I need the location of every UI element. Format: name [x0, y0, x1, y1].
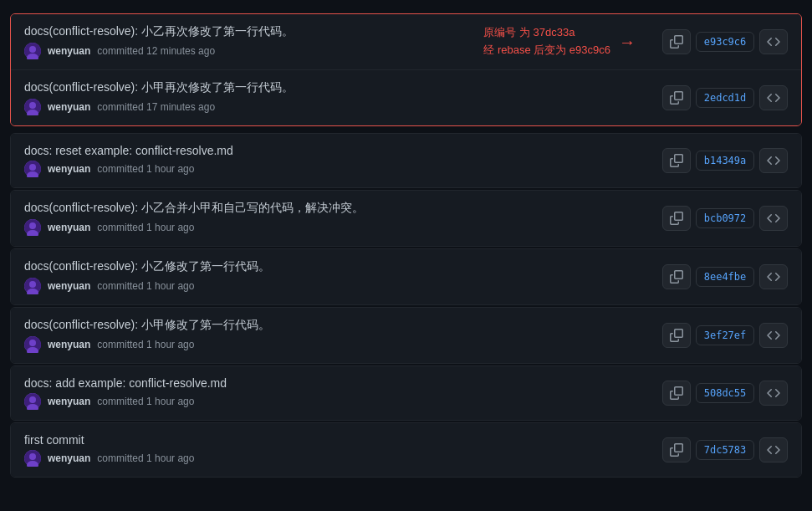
commit-hash-link[interactable]: e93c9c6 [696, 32, 754, 52]
code-icon [767, 154, 780, 167]
author-name[interactable]: wenyuan [48, 396, 90, 407]
row-inner: docs: add example: conflict-resolve.md w… [11, 366, 801, 420]
copy-hash-button[interactable] [662, 323, 691, 348]
commit-meta: wenyuan committed 1 hour ago [24, 161, 649, 177]
commit-info: docs(conflict-resolve): 小乙再次修改了第一行代码。 we… [24, 24, 483, 59]
browse-repo-button[interactable] [759, 29, 788, 54]
svg-point-19 [29, 396, 36, 403]
commit-meta: wenyuan committed 1 hour ago [24, 450, 649, 467]
author-name[interactable]: wenyuan [48, 452, 90, 464]
commit-hash-link[interactable]: bcb0972 [696, 208, 754, 228]
copy-icon [670, 443, 683, 457]
commit-time: committed 1 hour ago [97, 396, 194, 407]
code-icon [767, 212, 780, 225]
commit-info: docs: reset example: conflict-resolve.md… [24, 144, 649, 177]
copy-icon [670, 154, 683, 167]
code-icon [767, 329, 780, 342]
commit-info: docs: add example: conflict-resolve.md w… [24, 376, 649, 410]
commit-hash-link[interactable]: 3ef27ef [696, 325, 754, 345]
commit-time: committed 1 hour ago [97, 163, 194, 175]
browse-repo-button[interactable] [759, 264, 788, 289]
commit-actions: b14349a [662, 148, 788, 173]
commit-title: first commit [24, 433, 649, 447]
browse-repo-button[interactable] [759, 381, 788, 406]
code-icon [767, 35, 780, 49]
svg-point-1 [29, 46, 36, 53]
browse-repo-button[interactable] [759, 437, 788, 462]
avatar [24, 336, 41, 353]
arrow-icon: → [619, 33, 636, 52]
avatar-2 [24, 99, 41, 115]
commit-info-2: docs(conflict-resolve): 小甲再次修改了第一行代码。 we… [24, 80, 649, 115]
author-name[interactable]: wenyuan [48, 280, 90, 292]
commit-time: committed 1 hour ago [97, 280, 194, 292]
commit-row-3: docs: reset example: conflict-resolve.md… [10, 133, 802, 188]
author-name[interactable]: wenyuan [48, 45, 90, 57]
commit-hash-link[interactable]: 8ee4fbe [696, 267, 754, 287]
commit-meta: wenyuan committed 1 hour ago [24, 393, 649, 410]
commit-actions: 7dc5783 [662, 437, 788, 462]
commit-hash-link-2[interactable]: 2edcd1d [696, 88, 754, 108]
rebase-annotation: 原编号 为 37dc33a 经 rebase 后变为 e93c9c6 → [483, 24, 636, 59]
copy-icon [670, 386, 683, 400]
row-inner: docs(conflict-resolve): 小乙合并小甲和自己写的代码，解决… [11, 191, 801, 246]
copy-hash-button[interactable] [662, 437, 691, 462]
copy-icon [670, 212, 683, 225]
commit-info: docs(conflict-resolve): 小乙合并小甲和自己写的代码，解决… [24, 201, 649, 236]
avatar [24, 43, 41, 59]
avatar [24, 161, 41, 177]
commit-title: docs: reset example: conflict-resolve.md [24, 144, 649, 157]
commit-hash-link[interactable]: b14349a [696, 151, 754, 171]
commit-meta: wenyuan committed 1 hour ago [24, 278, 649, 294]
browse-repo-button[interactable] [759, 206, 788, 231]
commit-hash-link[interactable]: 508dc55 [696, 383, 754, 403]
commit-row-4: docs(conflict-resolve): 小乙合并小甲和自己写的代码，解决… [10, 190, 802, 247]
commit-title: docs: add example: conflict-resolve.md [24, 376, 649, 390]
row-inner: docs(conflict-resolve): 小乙修改了第一行代码。 weny… [11, 249, 801, 304]
copy-hash-button[interactable] [662, 206, 691, 231]
svg-point-16 [29, 340, 36, 346]
svg-point-7 [29, 164, 36, 171]
commit-actions: 508dc55 [662, 381, 788, 406]
copy-hash-button[interactable] [662, 264, 691, 289]
copy-hash-button-2[interactable] [662, 85, 691, 110]
commit-meta-2: wenyuan committed 17 minutes ago [24, 99, 649, 115]
commit-meta: wenyuan committed 12 minutes ago [24, 43, 483, 59]
commit-row-highlighted-1: docs(conflict-resolve): 小乙再次修改了第一行代码。 we… [11, 14, 801, 69]
commit-row-6: docs(conflict-resolve): 小甲修改了第一行代码。 weny… [10, 307, 802, 364]
avatar [24, 450, 41, 467]
commit-row-5: docs(conflict-resolve): 小乙修改了第一行代码。 weny… [10, 248, 802, 305]
copy-icon-2 [670, 91, 683, 105]
commit-actions: bcb0972 [662, 206, 788, 231]
commit-row-8: first commit wenyuan committed 1 hour ag… [10, 422, 802, 478]
commit-actions: 8ee4fbe [662, 264, 788, 289]
commit-title: docs(conflict-resolve): 小乙再次修改了第一行代码。 [24, 24, 483, 39]
svg-point-4 [29, 102, 36, 109]
commit-actions: e93c9c6 [662, 29, 788, 54]
commit-list: docs(conflict-resolve): 小乙再次修改了第一行代码。 we… [0, 0, 812, 486]
browse-repo-button[interactable] [759, 323, 788, 348]
browse-repo-button[interactable] [759, 148, 788, 173]
annotation-block: 原编号 为 37dc33a 经 rebase 后变为 e93c9c6 [483, 24, 610, 59]
avatar [24, 219, 41, 236]
author-name[interactable]: wenyuan [48, 222, 90, 233]
copy-hash-button[interactable] [662, 148, 691, 173]
copy-hash-button[interactable] [662, 381, 691, 406]
commit-hash-link[interactable]: 7dc5783 [696, 440, 754, 460]
commit-actions: 3ef27ef [662, 323, 788, 348]
commit-time: committed 1 hour ago [97, 339, 194, 350]
browse-repo-button-2[interactable] [759, 85, 788, 110]
code-icon [767, 443, 780, 457]
copy-hash-button[interactable] [662, 29, 691, 54]
copy-icon [670, 35, 683, 49]
commit-time: committed 1 hour ago [97, 222, 194, 233]
author-name[interactable]: wenyuan [48, 339, 90, 350]
avatar [24, 393, 41, 410]
author-name[interactable]: wenyuan [48, 163, 90, 175]
commit-actions-2: 2edcd1d [662, 85, 788, 110]
commit-info: first commit wenyuan committed 1 hour ag… [24, 433, 649, 467]
commit-info: docs(conflict-resolve): 小甲修改了第一行代码。 weny… [24, 318, 649, 353]
commit-time: committed 12 minutes ago [97, 45, 215, 57]
author-name-2[interactable]: wenyuan [48, 101, 90, 113]
row-inner: docs: reset example: conflict-resolve.md… [11, 134, 801, 187]
